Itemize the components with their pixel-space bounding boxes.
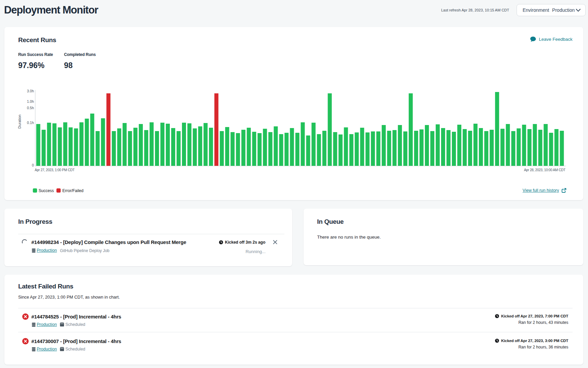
svg-text:Duration: Duration [18, 115, 22, 129]
svg-text:0.5h: 0.5h [27, 106, 34, 110]
svg-text:Error/Failed: Error/Failed [62, 188, 84, 193]
svg-text:3.0h: 3.0h [27, 89, 34, 93]
svg-text:Success: Success [39, 188, 54, 193]
svg-text:Apr 27, 2023, 1:00 PM CDT: Apr 27, 2023, 1:00 PM CDT [35, 168, 74, 172]
svg-text:Apr 28, 2023, 10:00 AM CDT: Apr 28, 2023, 10:00 AM CDT [524, 168, 565, 172]
svg-text:0.1h: 0.1h [27, 121, 34, 125]
svg-text:0: 0 [32, 163, 34, 167]
svg-text:1.0h: 1.0h [27, 99, 34, 103]
